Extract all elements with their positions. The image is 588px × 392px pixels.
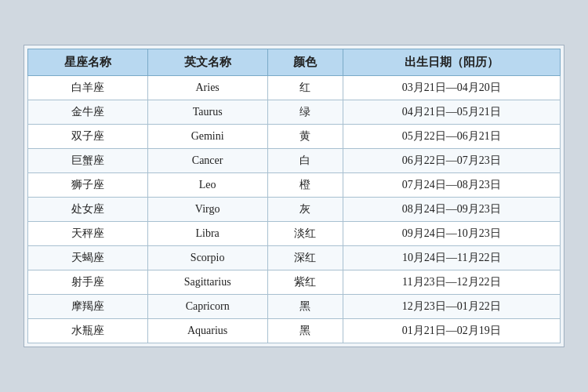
cell-2: 黑 (267, 295, 343, 319)
table-body: 白羊座Aries红03月21日—04月20日金牛座Taurus绿04月21日—0… (28, 76, 561, 343)
cell-1: Leo (147, 173, 267, 198)
cell-1: Gemini (147, 125, 267, 149)
header-dates: 出生日期（阳历） (343, 49, 560, 76)
cell-0: 巨蟹座 (28, 149, 148, 173)
table-row: 射手座Sagittarius紫红11月23日—12月22日 (28, 270, 561, 295)
table-row: 摩羯座Capricorn黑12月23日—01月22日 (28, 295, 561, 319)
cell-1: Scorpio (147, 246, 267, 270)
cell-3: 11月23日—12月22日 (343, 270, 560, 295)
cell-0: 射手座 (28, 270, 148, 295)
cell-0: 金牛座 (28, 100, 148, 125)
table-row: 狮子座Leo橙07月24日—08月23日 (28, 173, 561, 198)
zodiac-table: 星座名称 英文名称 颜色 出生日期（阳历） 白羊座Aries红03月21日—04… (27, 49, 561, 343)
cell-3: 12月23日—01月22日 (343, 295, 560, 319)
cell-1: Taurus (147, 100, 267, 125)
cell-2: 绿 (267, 100, 343, 125)
cell-3: 04月21日—05月21日 (343, 100, 560, 125)
cell-2: 紫红 (267, 270, 343, 295)
cell-3: 01月21日—02月19日 (343, 319, 560, 343)
table-row: 天秤座Libra淡红09月24日—10月23日 (28, 222, 561, 246)
table-row: 金牛座Taurus绿04月21日—05月21日 (28, 100, 561, 125)
header-chinese-name: 星座名称 (28, 49, 148, 76)
table-header-row: 星座名称 英文名称 颜色 出生日期（阳历） (28, 49, 561, 76)
table-row: 巨蟹座Cancer白06月22日—07月23日 (28, 149, 561, 173)
cell-2: 深红 (267, 246, 343, 270)
table-row: 处女座Virgo灰08月24日—09月23日 (28, 198, 561, 222)
zodiac-table-wrapper: 星座名称 英文名称 颜色 出生日期（阳历） 白羊座Aries红03月21日—04… (24, 45, 564, 347)
cell-2: 灰 (267, 198, 343, 222)
table-row: 水瓶座Aquarius黑01月21日—02月19日 (28, 319, 561, 343)
cell-1: Virgo (147, 198, 267, 222)
cell-2: 橙 (267, 173, 343, 198)
cell-0: 水瓶座 (28, 319, 148, 343)
header-color: 颜色 (267, 49, 343, 76)
header-english-name: 英文名称 (147, 49, 267, 76)
cell-0: 天秤座 (28, 222, 148, 246)
cell-2: 黑 (267, 319, 343, 343)
cell-1: Aquarius (147, 319, 267, 343)
cell-2: 黄 (267, 125, 343, 149)
table-row: 天蝎座Scorpio深红10月24日—11月22日 (28, 246, 561, 270)
cell-0: 白羊座 (28, 76, 148, 100)
cell-1: Sagittarius (147, 270, 267, 295)
cell-3: 10月24日—11月22日 (343, 246, 560, 270)
cell-1: Capricorn (147, 295, 267, 319)
table-row: 白羊座Aries红03月21日—04月20日 (28, 76, 561, 100)
cell-2: 红 (267, 76, 343, 100)
cell-2: 淡红 (267, 222, 343, 246)
cell-1: Libra (147, 222, 267, 246)
cell-2: 白 (267, 149, 343, 173)
cell-0: 处女座 (28, 198, 148, 222)
cell-0: 双子座 (28, 125, 148, 149)
cell-3: 08月24日—09月23日 (343, 198, 560, 222)
cell-0: 天蝎座 (28, 246, 148, 270)
table-row: 双子座Gemini黄05月22日—06月21日 (28, 125, 561, 149)
cell-3: 03月21日—04月20日 (343, 76, 560, 100)
cell-3: 07月24日—08月23日 (343, 173, 560, 198)
cell-3: 09月24日—10月23日 (343, 222, 560, 246)
cell-3: 05月22日—06月21日 (343, 125, 560, 149)
cell-3: 06月22日—07月23日 (343, 149, 560, 173)
cell-1: Cancer (147, 149, 267, 173)
cell-0: 摩羯座 (28, 295, 148, 319)
cell-1: Aries (147, 76, 267, 100)
cell-0: 狮子座 (28, 173, 148, 198)
